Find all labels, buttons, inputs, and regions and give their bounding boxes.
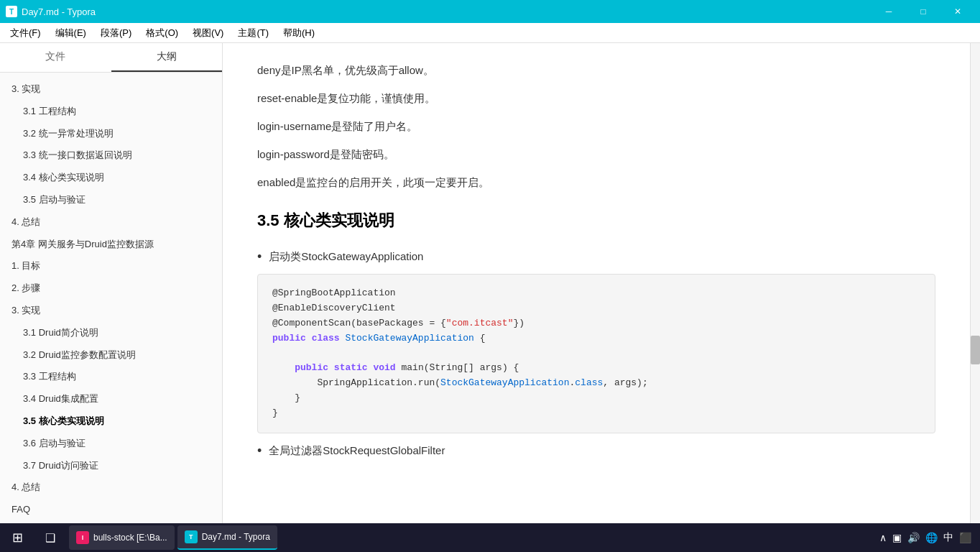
menu-edit[interactable]: 编辑(E) <box>48 24 93 42</box>
sidebar-item-33-gongcheng[interactable]: 3.3 工程结构 <box>0 366 222 388</box>
typora-icon: T <box>185 530 198 543</box>
para-enabled: enabled是监控台的启用开关，此项一定要开启。 <box>257 172 935 192</box>
bullet-dot-1: • <box>257 247 262 267</box>
sidebar-item-32-druid[interactable]: 3.2 Druid监控参数配置说明 <box>0 344 222 367</box>
tab-outline[interactable]: 大纲 <box>111 43 223 72</box>
menu-theme[interactable]: 主题(T) <box>231 24 276 42</box>
sidebar-item-32[interactable]: 3.2 统一异常处理说明 <box>0 123 222 145</box>
bullet-item-2: • 全局过滤器StockRequestGlobalFilter <box>257 441 935 461</box>
sidebar-item-34-druid[interactable]: 3.4 Druid集成配置 <box>0 388 222 410</box>
sidebar-item-3-shixian[interactable]: 3. 实现 <box>0 78 222 101</box>
menu-help[interactable]: 帮助(H) <box>276 24 322 42</box>
scrollbar-thumb <box>971 336 980 364</box>
sidebar-item-36[interactable]: 3.6 启动与验证 <box>0 433 222 455</box>
outline-nav: 3. 实现 3.1 工程结构 3.2 统一异常处理说明 3.3 统一接口数据返回… <box>0 73 222 527</box>
sidebar-item-37[interactable]: 3.7 Druid访问验证 <box>0 455 222 477</box>
tab-file[interactable]: 文件 <box>0 43 111 72</box>
network-icon[interactable]: 🌐 <box>925 532 938 543</box>
minimize-button[interactable]: ─ <box>872 0 905 23</box>
content-area[interactable]: deny是IP黑名单，优先级高于allow。 reset-enable是复位功能… <box>223 43 970 530</box>
app-icon: T <box>6 6 17 17</box>
sidebar-item-3-shixian2[interactable]: 3. 实现 <box>0 300 222 322</box>
section-heading: 3.5 核心类实现说明 <box>257 206 935 235</box>
sidebar-item-34[interactable]: 3.4 核心类实现说明 <box>0 167 222 189</box>
code-block-1[interactable]: @SpringBootApplication @EnableDiscoveryC… <box>257 274 935 433</box>
sidebar-tabs: 文件 大纲 <box>0 43 222 73</box>
sidebar-item-35-hexin[interactable]: 3.5 核心类实现说明 <box>0 410 222 433</box>
bullet-text-2: 全局过滤器StockRequestGlobalFilter <box>269 441 445 460</box>
bulls-stock-label: bulls-stock [E:\Ba... <box>93 533 167 543</box>
bulls-stock-icon: I <box>76 531 89 544</box>
sidebar: 文件 大纲 3. 实现 3.1 工程结构 3.2 统一异常处理说明 3.3 统一… <box>0 43 223 530</box>
volume-icon[interactable]: 🔊 <box>907 532 920 543</box>
window-title: Day7.md - Typora <box>22 6 872 17</box>
sidebar-item-2-buzhou[interactable]: 2. 步骤 <box>0 277 222 300</box>
bullet-text-1: 启动类StockGatewayApplication <box>269 247 423 266</box>
taskbar-app-typora[interactable]: T Day7.md - Typora <box>177 525 277 550</box>
para-deny: deny是IP黑名单，优先级高于allow。 <box>257 60 935 80</box>
title-bar: T Day7.md - Typora ─ □ ✕ <box>0 0 980 23</box>
sidebar-item-1-mubiao[interactable]: 1. 目标 <box>0 255 222 277</box>
menu-format[interactable]: 格式(O) <box>139 24 185 42</box>
para-reset: reset-enable是复位功能，谨慎使用。 <box>257 88 935 108</box>
bullet-item-1: • 启动类StockGatewayApplication <box>257 247 935 267</box>
sidebar-item-4-zongjie2[interactable]: 4. 总结 <box>0 477 222 499</box>
right-scrollbar[interactable] <box>970 43 980 530</box>
menu-bar: 文件(F) 编辑(E) 段落(P) 格式(O) 视图(V) 主题(T) 帮助(H… <box>0 23 980 43</box>
close-button[interactable]: ✕ <box>941 0 974 23</box>
tray-up-arrow[interactable]: ∧ <box>879 532 887 543</box>
sidebar-item-31-druid[interactable]: 3.1 Druid简介说明 <box>0 322 222 344</box>
menu-file[interactable]: 文件(F) <box>3 24 48 42</box>
bullet-dot-2: • <box>257 441 262 461</box>
sidebar-item-4-zongjie[interactable]: 4. 总结 <box>0 211 222 234</box>
para-login-username: login-username是登陆了用户名。 <box>257 116 935 136</box>
taskbar-pinned-apps: ❑ <box>34 523 66 552</box>
window-controls[interactable]: ─ □ ✕ <box>872 0 974 23</box>
menu-paragraph[interactable]: 段落(P) <box>93 24 139 42</box>
sidebar-item-33[interactable]: 3.3 统一接口数据返回说明 <box>0 144 222 167</box>
para-login-password: login-password是登陆密码。 <box>257 144 935 164</box>
ime-icon[interactable]: 中 <box>943 531 953 544</box>
taskbar-right: ∧ ▣ 🔊 🌐 中 ⬛ <box>879 531 977 544</box>
menu-view[interactable]: 视图(V) <box>185 24 231 42</box>
maximize-button[interactable]: □ <box>907 0 940 23</box>
sidebar-item-31[interactable]: 3.1 工程结构 <box>0 101 222 123</box>
sidebar-item-35-qidong[interactable]: 3.5 启动与验证 <box>0 189 222 211</box>
sidebar-item-ch4[interactable]: 第4章 网关服务与Druid监控数据源 <box>0 234 222 256</box>
start-button[interactable]: ⊞ <box>3 523 32 552</box>
taskbar-app-bulls-stock[interactable]: I bulls-stock [E:\Ba... <box>69 525 175 550</box>
main-layout: 文件 大纲 3. 实现 3.1 工程结构 3.2 统一异常处理说明 3.3 统一… <box>0 43 980 530</box>
tray-icon1[interactable]: ▣ <box>892 532 902 543</box>
taskbar-task-view[interactable]: ❑ <box>34 523 66 552</box>
typora-label: Day7.md - Typora <box>202 532 270 542</box>
taskbar: ⊞ ❑ I bulls-stock [E:\Ba... T Day7.md - … <box>0 523 980 552</box>
notification-icon[interactable]: ⬛ <box>959 532 971 543</box>
sidebar-item-faq[interactable]: FAQ <box>0 499 222 521</box>
